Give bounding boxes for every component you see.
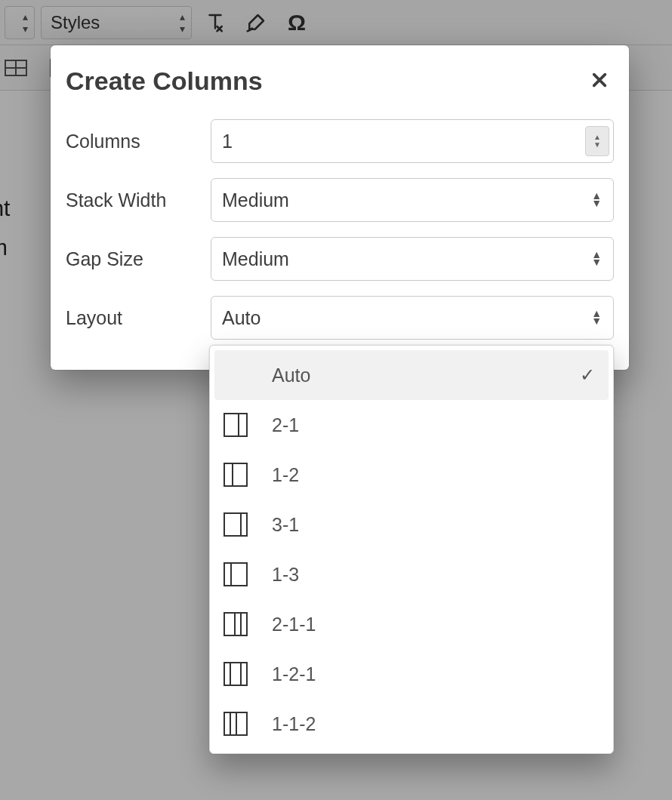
dialog-title: Create Columns: [66, 66, 263, 96]
column-ratio-icon: [223, 712, 248, 736]
column-ratio-icon: [223, 463, 248, 487]
styles-select[interactable]: Styles ▴▾: [41, 6, 192, 39]
column-ratio-icon: [223, 662, 248, 686]
gap-size-value: Medium: [222, 248, 289, 270]
layout-option[interactable]: Auto✓: [214, 350, 609, 400]
layout-option[interactable]: 1-2-1: [214, 649, 609, 699]
columns-stepper[interactable]: ▲ ▼: [585, 126, 609, 156]
layout-option[interactable]: 3-1: [214, 500, 609, 549]
toolbar-select-left[interactable]: ▴▾: [5, 6, 35, 39]
chevron-updown-icon: ▴▾: [180, 11, 185, 35]
layout-option-icon: [222, 712, 249, 736]
column-ratio-icon: [223, 413, 248, 437]
chevron-down-icon: ▼: [593, 141, 601, 149]
layout-label: Layout: [66, 307, 211, 329]
layout-option[interactable]: 2-1-1: [214, 599, 609, 649]
layout-option[interactable]: 1-3: [214, 549, 609, 599]
layout-option-icon: [222, 662, 249, 686]
layout-option-icon: [222, 612, 249, 636]
layout-option-icon: [222, 562, 249, 586]
stack-width-value: Medium: [222, 189, 289, 211]
layout-option-label: 1-2-1: [272, 663, 595, 685]
column-ratio-icon: [223, 512, 248, 537]
layout-option[interactable]: 2-1: [214, 400, 609, 450]
columns-input-value: 1: [222, 131, 233, 152]
chevron-updown-icon: ▴▾: [23, 11, 28, 35]
chevron-updown-icon: ▲▼: [591, 251, 602, 266]
table-icon[interactable]: [5, 60, 27, 76]
styles-select-label: Styles: [51, 12, 100, 33]
layout-value: Auto: [222, 307, 260, 329]
columns-label: Columns: [66, 131, 211, 152]
column-ratio-icon: [223, 562, 248, 586]
layout-select[interactable]: Auto: [211, 296, 614, 340]
column-ratio-icon: [223, 612, 248, 636]
editor-toolbar: ▴▾ Styles ▴▾ Ω: [0, 0, 672, 45]
layout-option-icon: [222, 463, 249, 487]
columns-input[interactable]: 1: [211, 119, 614, 163]
layout-option-icon: [222, 413, 249, 437]
chevron-updown-icon: ▲▼: [591, 192, 602, 208]
close-icon: [591, 72, 608, 88]
layout-option-label: 1-1-2: [272, 713, 595, 735]
format-painter-button[interactable]: [239, 6, 273, 39]
layout-option-label: Auto: [272, 365, 557, 386]
close-button[interactable]: [585, 65, 614, 97]
layout-option-label: 2-1-1: [272, 614, 595, 635]
layout-option-label: 2-1: [272, 414, 595, 436]
chevron-updown-icon: ▲▼: [591, 310, 602, 325]
layout-option-label: 3-1: [272, 514, 595, 536]
gap-size-label: Gap Size: [66, 248, 211, 270]
layout-option-label: 1-3: [272, 564, 595, 586]
layout-dropdown: Auto✓2-11-23-11-32-1-11-2-11-1-2: [209, 345, 614, 754]
layout-option-icon: [222, 512, 249, 537]
stack-width-select[interactable]: Medium: [211, 178, 614, 222]
layout-option[interactable]: 1-1-2: [214, 699, 609, 749]
check-icon: ✓: [580, 365, 595, 386]
special-character-button[interactable]: Ω: [279, 6, 314, 39]
clear-formatting-button[interactable]: [198, 6, 233, 39]
layout-option[interactable]: 1-2: [214, 450, 609, 500]
layout-option-label: 1-2: [272, 464, 595, 486]
create-columns-dialog: Create Columns Columns 1 ▲ ▼ Stack Width…: [51, 45, 629, 370]
stack-width-label: Stack Width: [66, 189, 211, 211]
gap-size-select[interactable]: Medium: [211, 237, 614, 281]
